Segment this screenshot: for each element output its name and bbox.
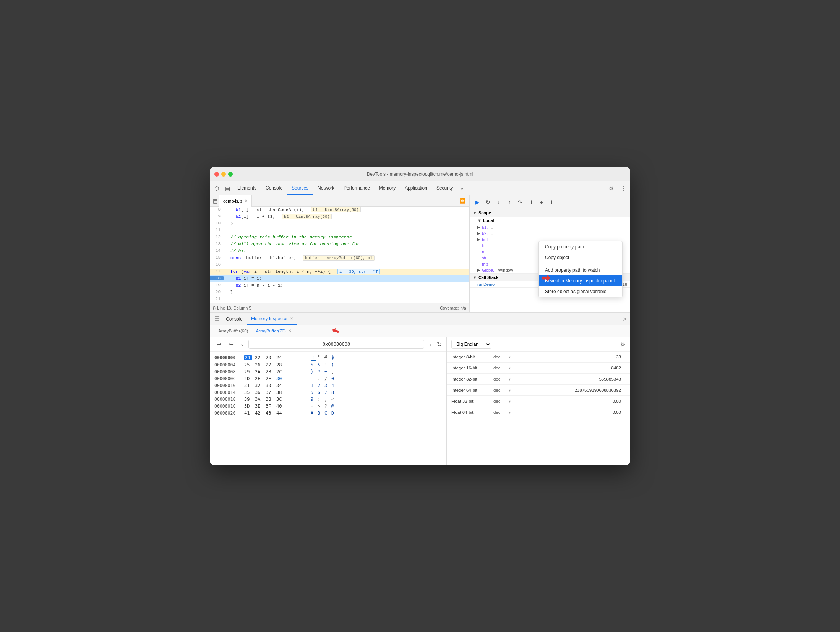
titlebar: DevTools - memory-inspector.glitch.me/de… (210, 167, 630, 181)
resume-button[interactable]: ▶ (473, 198, 482, 207)
hex-byte-23[interactable]: 23 (266, 355, 273, 360)
copy-property-path-item[interactable]: Copy property path (539, 241, 622, 252)
tab-console[interactable]: Console (261, 181, 287, 195)
file-tab-close[interactable]: ✕ (245, 199, 248, 203)
tab-elements[interactable]: Elements (233, 181, 261, 195)
bottom-tabbar: ☰ Console Memory Inspector ✕ ✕ (210, 313, 630, 325)
step-over-button[interactable]: ↻ (483, 198, 493, 207)
nav-next-button[interactable]: › (427, 340, 434, 348)
traffic-lights (214, 172, 233, 177)
tab-security[interactable]: Security (432, 181, 457, 195)
hex-view: ↩ ↪ ‹ › ↻ 00000000 (210, 337, 447, 465)
code-line-21: 21 (210, 296, 469, 303)
bottom-tab-memory-inspector[interactable]: Memory Inspector ✕ (247, 313, 297, 325)
hex-row-20: 00000020 41 42 43 44 A B (214, 410, 442, 416)
copy-object-item[interactable]: Copy object (539, 252, 622, 263)
file-tab-name: demo-js.js (223, 199, 242, 203)
minimize-button[interactable] (221, 172, 226, 177)
data-inspector-settings-icon[interactable]: ⚙ (620, 341, 626, 348)
hex-byte-24[interactable]: 24 (276, 355, 284, 360)
dock-icon[interactable]: ▤ (222, 183, 233, 194)
more-tabs-button[interactable]: » (457, 186, 466, 191)
callstack-label: Call Stack (478, 275, 499, 280)
di-row-int16: Integer 16-bit dec ▾ 8482 (447, 363, 630, 374)
di-row-float64: Float 64-bit dec ▾ 0.00 (447, 407, 630, 418)
buffer-tabs: ArrayBuffer(60) ArrayBuffer(70) ✕ (210, 325, 630, 337)
window-title: DevTools - memory-inspector.glitch.me/de… (367, 172, 474, 177)
settings-icon[interactable]: ⚙ (606, 183, 616, 194)
editor-tabbar: ▤ demo-js.js ✕ ⏩ (210, 195, 469, 207)
data-inspector-table: Integer 8-bit dec ▾ 33 Integer 16-bit de… (447, 352, 630, 465)
nav-back-button[interactable]: ↩ (214, 340, 224, 348)
devtools-panel: ⬡ ▤ Elements Console Sources Network Per… (210, 181, 630, 465)
hex-byte-21[interactable]: 21 (244, 355, 252, 360)
local-arrow: ▼ (477, 218, 482, 223)
pause-exceptions-icon[interactable]: ⏸ (548, 198, 557, 207)
hex-byte-22[interactable]: 22 (255, 355, 263, 360)
di-row-int64: Integer 64-bit dec ▾ 2387509390608836392 (447, 385, 630, 396)
editor-file-tab[interactable]: demo-js.js ✕ (219, 195, 252, 207)
bottom-panel-close[interactable]: ✕ (623, 316, 627, 322)
tab-performance[interactable]: Performance (339, 181, 375, 195)
coverage-info: Coverage: n/a (440, 306, 466, 310)
buffer-tab-70[interactable]: ArrayBuffer(70) ✕ (252, 325, 295, 337)
scope-b2[interactable]: ▶ b2: … (470, 230, 630, 237)
data-inspector-header: Big Endian Little Endian ⚙ (447, 337, 630, 352)
step-button[interactable]: ↷ (516, 198, 525, 207)
line-col-info: Line 18, Column 5 (217, 306, 251, 310)
tab-application[interactable]: Application (400, 181, 432, 195)
memory-inspector-tab-close[interactable]: ✕ (290, 316, 293, 321)
hex-row-8: 00000008 29 2A 2B 2C ) * (214, 369, 442, 374)
debugger-toolbar: ▶ ↻ ↓ ↑ ↷ ⏸ ● ⏸ (470, 195, 630, 209)
hex-row-0: 00000000 21 22 23 24 ! " (214, 355, 442, 361)
nav-prev-button[interactable]: ‹ (239, 340, 245, 348)
code-line-20: 20 } (210, 289, 469, 296)
memory-inspector-content: ↩ ↪ ‹ › ↻ 00000000 (210, 337, 630, 465)
editor-sidebar-icon[interactable]: ▤ (211, 198, 219, 204)
buffer-tab-70-close[interactable]: ✕ (288, 329, 291, 333)
code-line-8: 8 b1[i] = str.charCodeAt(i); b1 = Uint8A… (210, 207, 469, 214)
hex-row-1c: 0000001C 3D 3E 3F 40 = > (214, 404, 442, 409)
scope-arrow: ▼ (473, 211, 477, 215)
deactivate-button[interactable]: ⏸ (526, 198, 535, 207)
cursor-icon[interactable]: ⬡ (211, 183, 222, 194)
close-button[interactable] (214, 172, 219, 177)
tab-sources[interactable]: Sources (287, 181, 313, 195)
debugger-panel: ▶ ↻ ↓ ↑ ↷ ⏸ ● ⏸ ▼ Scop (470, 195, 630, 312)
bottom-panel: ☰ Console Memory Inspector ✕ ✕ ArrayBuff… (210, 312, 630, 465)
scope-b1[interactable]: ▶ b1: … (470, 224, 630, 230)
code-line-12: 12 // Opening this buffer in the Memory … (210, 234, 469, 241)
address-input[interactable] (248, 340, 425, 349)
code-line-14: 14 // b1. (210, 248, 469, 255)
add-watch-item[interactable]: Add property path to watch (539, 265, 622, 275)
tab-memory[interactable]: Memory (375, 181, 400, 195)
step-into-button[interactable]: ↓ (494, 198, 503, 207)
store-global-item[interactable]: Store object as global variable (539, 286, 622, 297)
bottom-tab-menu-icon[interactable]: ☰ (213, 315, 221, 322)
main-content: ▤ demo-js.js ✕ ⏩ 8 (210, 195, 630, 312)
code-line-19: 19 b2[i] = n - i - 1; (210, 282, 469, 289)
local-header[interactable]: ▼ Local (470, 217, 630, 224)
hex-row-10: 00000010 31 32 33 34 1 2 (214, 383, 442, 388)
breakpoints-icon[interactable]: ● (537, 198, 546, 207)
code-line-9: 9 b2[i] = i + 33; b2 = Uint8Array(60) (210, 214, 469, 220)
di-row-int32: Integer 32-bit dec ▾ 555885348 (447, 374, 630, 385)
hex-row-14: 00000014 35 36 37 38 5 6 (214, 390, 442, 395)
code-line-11: 11 (210, 227, 469, 234)
scope-header[interactable]: ▼ Scope (470, 209, 630, 217)
more-options-icon[interactable]: ⋮ (618, 183, 629, 194)
code-line-16: 16 (210, 262, 469, 269)
refresh-icon[interactable]: ↻ (437, 341, 442, 348)
maximize-button[interactable] (228, 172, 233, 177)
reveal-memory-item[interactable]: Reveal in Memory Inspector panel (539, 275, 622, 286)
editor-format-icon[interactable]: ⏩ (459, 198, 465, 204)
endian-select[interactable]: Big Endian Little Endian (451, 340, 491, 349)
devtools-window: DevTools - memory-inspector.glitch.me/de… (210, 167, 630, 465)
main-tabbar: ⬡ ▤ Elements Console Sources Network Per… (210, 181, 630, 195)
buffer-tab-60[interactable]: ArrayBuffer(60) (214, 325, 252, 337)
step-out-button[interactable]: ↑ (505, 198, 514, 207)
editor-toolbar-right: ⏩ (459, 198, 468, 204)
nav-forward-button[interactable]: ↪ (227, 340, 236, 348)
bottom-tab-console[interactable]: Console (222, 313, 246, 325)
tab-network[interactable]: Network (313, 181, 339, 195)
